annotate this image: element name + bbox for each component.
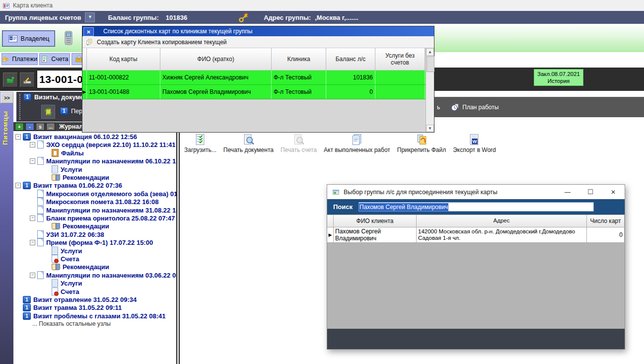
table-row-selected[interactable]: ▶ 13-001-001488 Пахомов Сергей Владимиро… bbox=[82, 85, 434, 99]
column-header[interactable]: Услуги без счетов bbox=[375, 48, 425, 71]
column-header[interactable]: Код карты bbox=[87, 48, 160, 71]
tree-item[interactable]: Рекомендации bbox=[13, 222, 109, 230]
new-folder-button[interactable] bbox=[3, 73, 18, 87]
tree-item[interactable]: Услуги bbox=[13, 247, 82, 255]
tree-item[interactable]: Манипуляции по назначениям 31.08.22 14: bbox=[13, 206, 176, 214]
vertical-scrollbar[interactable]: ▲ ▼ bbox=[426, 48, 434, 132]
more-button[interactable]: ... bbox=[46, 123, 55, 131]
tree-item[interactable]: Микроскопия помета 31.08.22 16:08 bbox=[13, 198, 159, 206]
collapse-icon[interactable] bbox=[30, 142, 35, 147]
minimize-icon[interactable]: — bbox=[556, 185, 579, 199]
conclusion-button[interactable]: Закл.08.07.2021 История bbox=[534, 69, 583, 86]
collapse-icon[interactable] bbox=[15, 134, 21, 140]
folder-plus-icon bbox=[5, 76, 15, 84]
column-header[interactable]: Баланс л/с bbox=[326, 48, 375, 71]
tree-item[interactable]: Файлы bbox=[13, 149, 84, 157]
document-icon bbox=[37, 206, 44, 214]
tree-item[interactable]: УЗИ 31.07.22 06:38 bbox=[13, 230, 104, 238]
tree-item[interactable]: Микроскопия отделяемого зоба (зева) 01. bbox=[13, 190, 176, 198]
export-word-button[interactable]: Экспорт в Word bbox=[449, 132, 500, 154]
refresh-button[interactable] bbox=[41, 105, 55, 119]
group-select-dialog: Выбор группы л/с для присоединения текущ… bbox=[327, 184, 625, 350]
dialog-titlebar[interactable]: ✕ Список дисконтных карт по клиникам тек… bbox=[82, 26, 434, 36]
print-preview-icon bbox=[242, 133, 255, 146]
column-header[interactable]: ФИО (кратко) bbox=[160, 48, 272, 71]
print-document-button[interactable]: Печать документа bbox=[220, 132, 277, 154]
work-plan-button[interactable]: План работы bbox=[451, 103, 499, 112]
tree-item[interactable]: Услуги bbox=[13, 279, 82, 287]
tree-item[interactable]: Манипуляции по назначениям 06.10.22 12:5 bbox=[13, 157, 176, 165]
collapse-icon[interactable] bbox=[30, 216, 35, 221]
accounts-button[interactable]: Счета bbox=[39, 53, 70, 65]
tree-item[interactable]: 1Визит травма 31.05.22 09:11 bbox=[13, 303, 122, 311]
search-input[interactable]: Пахомов Сергей Владимирович bbox=[358, 202, 594, 212]
column-header[interactable]: Клиника bbox=[272, 48, 326, 71]
tree-item[interactable]: 1Визит травма 01.06.22 07:36 bbox=[13, 181, 122, 189]
close-icon[interactable]: ✕ bbox=[602, 185, 625, 199]
tree-item[interactable]: ЭХО сердца (версия 22.10) 11.10.22 11:41 bbox=[13, 141, 176, 148]
partial-button-label[interactable]: ь bbox=[437, 104, 440, 111]
table-header-row: Код карты ФИО (кратко) Клиника Баланс л/… bbox=[82, 48, 434, 71]
key-icon[interactable] bbox=[238, 11, 250, 23]
tree-item[interactable]: Прием (форма Ф-1) 17.07.22 15:00 bbox=[13, 238, 153, 246]
tree-item[interactable]: Рекомендации bbox=[13, 263, 109, 271]
payments-button[interactable]: Платежи bbox=[1, 53, 38, 65]
close-icon[interactable]: ✕ bbox=[83, 27, 94, 36]
collapse-icon[interactable] bbox=[30, 158, 35, 164]
tree-item-label: Услуги bbox=[61, 166, 82, 173]
tree-item[interactable]: Рекомендации bbox=[13, 173, 109, 181]
tree-item[interactable]: 1Визит вакцинация 06.10.22 12:56 bbox=[13, 133, 137, 141]
dialog-title: Список дисконтных карт по клиникам текущ… bbox=[103, 26, 252, 36]
tree-item-label: Услуги bbox=[61, 280, 82, 287]
cell-address: 142000 Московская обл. р-н. Домодедовски… bbox=[417, 227, 587, 242]
column-header[interactable]: ФИО клиента bbox=[334, 215, 417, 227]
create-card-button[interactable]: Создать карту Клиента копированием текущ… bbox=[97, 39, 227, 46]
tree-item[interactable]: 1Визит проблемы с глазами 31.05.22 08:41 bbox=[13, 312, 166, 320]
work-act-button[interactable]: Акт выполненных работ bbox=[320, 132, 394, 154]
owner-button[interactable]: Владелец bbox=[2, 31, 55, 46]
collapse-icon[interactable] bbox=[30, 240, 35, 245]
address-value: ,Москва г,....... bbox=[315, 14, 358, 21]
dialog-toolbar: Создать карту Клиента копированием текущ… bbox=[82, 36, 434, 48]
tree-item[interactable]: Бланк приема орнитолога 25.08.22 07:47 bbox=[13, 214, 175, 222]
pets-tab-label[interactable]: Питомцы bbox=[1, 105, 11, 150]
scroll-up-icon[interactable]: ▲ bbox=[426, 48, 434, 56]
dialog-titlebar[interactable]: Выбор группы л/с для присоединения текущ… bbox=[327, 185, 625, 199]
column-header[interactable]: Число карт bbox=[587, 215, 625, 227]
table-row-selected[interactable]: ▶ Пахомов Сергей Владимирович 142000 Мос… bbox=[327, 227, 625, 243]
collapse-icon[interactable] bbox=[30, 273, 35, 278]
load-button[interactable]: Загрузить... bbox=[181, 132, 220, 154]
tree-item-label: Рекомендации bbox=[63, 263, 109, 271]
expand-all-button[interactable]: + bbox=[15, 123, 24, 131]
tree-item[interactable]: 1Визит отравление 31.05.22 09:34 bbox=[13, 295, 137, 303]
visit-badge-icon: 1 bbox=[23, 304, 31, 311]
tree-item-label: Манипуляции по назначениям 06.10.22 12:5 bbox=[46, 157, 176, 165]
tree-item[interactable]: Услуги bbox=[13, 165, 82, 173]
collapse-icon[interactable] bbox=[15, 183, 21, 188]
tree-item[interactable]: Счета bbox=[13, 288, 79, 295]
table-row[interactable]: 11-001-000822 Хижняк Сергей Александрови… bbox=[82, 71, 434, 85]
column-header[interactable]: Адрес bbox=[417, 215, 587, 227]
phone-button[interactable] bbox=[63, 30, 74, 47]
edit-button[interactable] bbox=[20, 73, 35, 87]
group-accounts-button[interactable]: Группа лицевых счетов bbox=[5, 14, 81, 21]
selector-header bbox=[82, 48, 87, 71]
vertical-splitter[interactable] bbox=[176, 131, 180, 364]
tree-item-show-more[interactable]: ... Показать остальные узлы bbox=[13, 320, 111, 328]
tab-visits-documents[interactable]: 1 Визиты, докуме bbox=[23, 93, 83, 101]
tree-item[interactable]: Счета bbox=[13, 255, 79, 263]
scrollbar-thumb[interactable] bbox=[427, 56, 434, 72]
group-accounts-dropdown-icon[interactable]: ▼ bbox=[85, 12, 95, 22]
attach-file-button[interactable]: Прикрепить Файл bbox=[394, 132, 449, 154]
accounts-button-label: Счета bbox=[51, 56, 68, 63]
panel-drag-handle[interactable] bbox=[19, 94, 20, 120]
tree-item-label: УЗИ 31.07.22 06:38 bbox=[46, 231, 104, 238]
maximize-icon[interactable]: ☐ bbox=[579, 185, 602, 199]
s-button[interactable]: s bbox=[36, 123, 45, 131]
expand-panel-button[interactable]: >> bbox=[0, 92, 13, 103]
checklist-icon bbox=[194, 133, 207, 146]
collapse-all-button[interactable]: - bbox=[25, 123, 34, 131]
coins-icon bbox=[2, 56, 9, 63]
scroll-down-icon[interactable]: ▼ bbox=[426, 125, 434, 132]
tree-item[interactable]: Манипуляции по назначениям 03.06.22 06: bbox=[13, 271, 176, 279]
